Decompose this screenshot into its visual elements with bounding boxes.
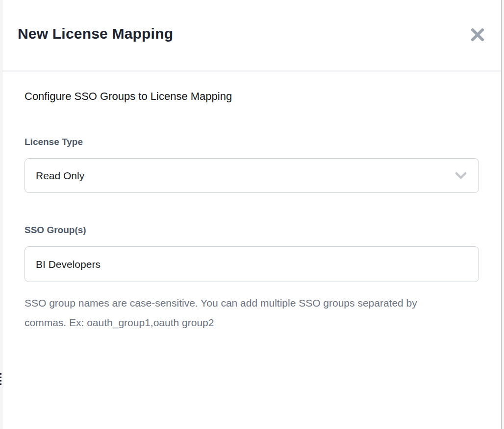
sso-groups-help-text: SSO group names are case-sensitive. You … xyxy=(25,293,439,333)
modal-header: New License Mapping xyxy=(2,0,501,72)
close-button[interactable] xyxy=(469,26,486,43)
license-type-dropdown[interactable]: Read Only xyxy=(25,158,479,193)
sso-groups-label: SSO Group(s) xyxy=(25,225,86,236)
modal-title: New License Mapping xyxy=(18,25,173,42)
chevron-down-icon xyxy=(455,172,467,180)
modal-subtitle: Configure SSO Groups to License Mapping xyxy=(25,90,232,103)
license-type-selected-value: Read Only xyxy=(36,170,84,182)
sso-groups-input[interactable] xyxy=(25,246,479,282)
screen: New License Mapping Configure SSO Groups… xyxy=(0,0,504,429)
new-license-mapping-modal: New License Mapping Configure SSO Groups… xyxy=(2,0,501,429)
license-type-label: License Type xyxy=(25,137,83,147)
scrollbar-track[interactable] xyxy=(501,0,504,429)
clipped-list-icon xyxy=(0,373,2,385)
x-close-icon xyxy=(470,28,485,42)
